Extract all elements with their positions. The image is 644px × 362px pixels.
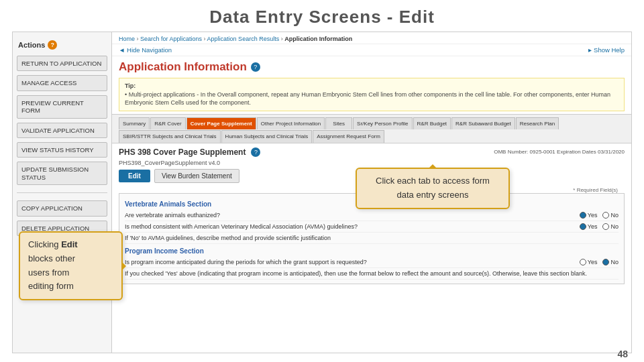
callout-tabs-text: Click each tab to access formdata entry … (376, 176, 490, 200)
omb-text: OMB Number: 0925-0001 Expiration Dates 0… (494, 149, 625, 155)
row-0-yes[interactable]: Yes (580, 212, 598, 219)
radio-empty-icon (602, 212, 609, 219)
page-help-icon[interactable]: ? (251, 62, 260, 72)
row-3-label: If 'No' to AVMA guidelines, describe met… (125, 235, 619, 241)
tab-rr-cover[interactable]: R&R Cover (150, 117, 185, 130)
prog-row-0-yes[interactable]: Yes (580, 259, 598, 265)
view-burden-button[interactable]: View Burden Statement (154, 169, 239, 183)
tab-rr-subaward-budget[interactable]: R&R Subaward Budget (451, 117, 515, 130)
program-row-0: Is program income anticipated during the… (125, 257, 619, 268)
row-0-no[interactable]: No (602, 212, 619, 219)
tip-text: • Multi-project applications - In the Ov… (125, 91, 610, 107)
breadcrumb-current: Application Information (284, 36, 352, 42)
tab-other-project-info[interactable]: Other Project Information (257, 117, 325, 130)
row-2-no[interactable]: No (602, 223, 619, 230)
application-information-title: Application Information (119, 60, 247, 74)
breadcrumb: Home › Search for Applications › Applica… (112, 32, 631, 44)
form-row-3: If 'No' to AVMA guidelines, describe met… (125, 233, 619, 244)
tab-rr-budget[interactable]: R&R Budget (413, 117, 451, 130)
form-help-icon[interactable]: ? (251, 147, 260, 157)
tabs-row: Summary R&R Cover Cover Page Supplement … (112, 114, 631, 143)
callout-edit-text: Clicking Editblocks otherusers fromediti… (28, 239, 78, 291)
radio-filled-icon-2 (580, 223, 586, 230)
sidebar-divider (17, 192, 107, 193)
prog-row-1-label: If you checked 'Yes' above (indicating t… (125, 270, 619, 277)
tab-sbir-sttr[interactable]: SBIR/STTR Subjects and Clinical Trials (119, 130, 221, 143)
form-title: PHS 398 Cover Page Supplement (119, 147, 246, 157)
show-help-link[interactable]: ▸ Show Help (588, 46, 625, 54)
nav-links: ◄ Hide Navigation ▸ Show Help (112, 44, 631, 56)
update-submission-status-button[interactable]: UPDATE SUBMISSION STATUS (17, 162, 107, 185)
main-content: Actions ? RETURN TO APPLICATION MANAGE A… (12, 32, 632, 353)
row-2-radios: Yes No (580, 223, 619, 230)
sidebar: Actions ? RETURN TO APPLICATION MANAGE A… (13, 32, 112, 353)
program-row-1: If you checked 'Yes' above (indicating t… (125, 268, 619, 280)
callout-edit-box: Clicking Editblocks otherusers fromediti… (19, 231, 123, 300)
radio-empty-prog-yes (580, 259, 586, 265)
copy-application-button[interactable]: COPY APPLICATION (17, 200, 107, 216)
actions-text: Actions (18, 41, 45, 49)
prog-row-0-no[interactable]: No (602, 259, 619, 265)
slide-title: Data Entry Screens - Edit (0, 0, 644, 32)
tab-summary[interactable]: Summary (119, 117, 150, 130)
callout-tabs-box: Click each tab to access formdata entry … (356, 168, 510, 209)
view-status-history-button[interactable]: VIEW STATUS HISTORY (17, 142, 107, 158)
edit-button[interactable]: Edit (119, 170, 150, 182)
return-to-application-button[interactable]: RETURN TO APPLICATION (17, 56, 107, 71)
breadcrumb-home[interactable]: Home (119, 36, 135, 42)
slide-number: 48 (617, 349, 628, 359)
prog-row-0-label: Is program income anticipated during the… (125, 259, 576, 265)
radio-empty-icon-2 (602, 223, 609, 230)
breadcrumb-search[interactable]: Search for Applications (140, 36, 202, 42)
preview-current-form-button[interactable]: PREVIEW CURRENT FORM (17, 95, 107, 119)
row-2-label: Is method consistent with American Veter… (125, 223, 576, 230)
page-heading: Application Information ? (112, 56, 631, 75)
row-2-yes[interactable]: Yes (580, 223, 598, 230)
hide-navigation-link[interactable]: ◄ Hide Navigation (119, 46, 172, 54)
tab-research-plan[interactable]: Research Plan (516, 117, 559, 130)
tab-human-subjects[interactable]: Human Subjects and Clinical Trials (221, 130, 313, 143)
form-title-row: PHS 398 Cover Page Supplement ? OMB Numb… (119, 147, 625, 157)
actions-label: Actions ? (13, 38, 111, 54)
tip-box: Tip: • Multi-project applications - In t… (119, 78, 625, 111)
tab-assignment-request[interactable]: Assignment Request Form (313, 130, 384, 143)
form-section: PHS 398 Cover Page Supplement ? OMB Numb… (112, 143, 631, 288)
form-version: PHS398_CoverPageSupplement v4.0 (119, 160, 625, 166)
validate-application-button[interactable]: VALIDATE APPLICATION (17, 123, 107, 138)
tab-sites[interactable]: Sites (325, 117, 352, 130)
manage-access-button[interactable]: MANAGE ACCESS (17, 75, 107, 90)
tip-label: Tip: (125, 82, 136, 89)
tab-cover-page-supplement[interactable]: Cover Page Supplement (186, 117, 256, 130)
row-0-label: Are vertebrate animals euthanized? (125, 212, 576, 219)
program-income-header: Program Income Section (125, 247, 619, 255)
actions-badge: ? (48, 40, 57, 50)
breadcrumb-results[interactable]: Application Search Results (207, 36, 280, 42)
form-row-2: Is method consistent with American Veter… (125, 221, 619, 233)
radio-filled-prog-no (602, 259, 609, 265)
prog-row-0-radios: Yes No (580, 259, 619, 265)
row-0-radios: Yes No (580, 212, 619, 219)
form-row-0: Are vertebrate animals euthanized? Yes N… (125, 210, 619, 221)
radio-filled-icon (580, 212, 586, 219)
tab-sr-key-person[interactable]: Sr/Key Person Profile (353, 117, 412, 130)
